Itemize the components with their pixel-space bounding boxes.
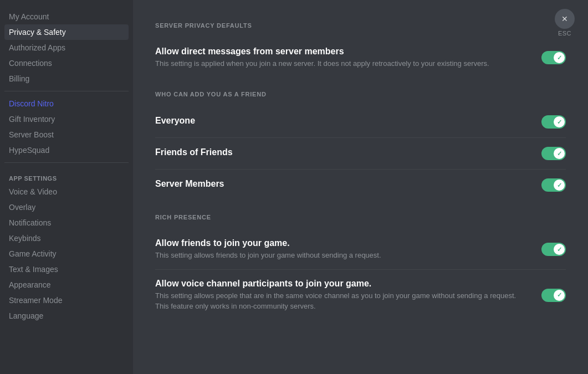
sidebar: My Account Privacy & Safety Authorized A… — [0, 0, 133, 374]
sidebar-item-game-activity[interactable]: Game Activity — [4, 246, 129, 262]
allow-friends-join-toggle[interactable]: ✓ — [541, 243, 566, 256]
server-members-toggle[interactable]: ✓ — [541, 178, 566, 192]
sidebar-item-keybinds[interactable]: Keybinds — [4, 230, 129, 246]
server-members-text: Server Members — [155, 179, 541, 191]
allow-friends-join-row: Allow friends to join your game. This se… — [155, 229, 566, 270]
sidebar-item-discord-nitro[interactable]: Discord Nitro — [4, 96, 129, 111]
toggle-knob-fof: ✓ — [554, 148, 565, 159]
friends-of-friends-row: Friends of Friends ✓ — [155, 138, 566, 170]
everyone-toggle[interactable]: ✓ — [541, 115, 566, 129]
allow-voice-participants-text: Allow voice channel participants to join… — [155, 279, 541, 311]
toggle-knob-avp: ✓ — [554, 290, 565, 301]
check-icon-avp: ✓ — [557, 291, 562, 299]
sidebar-divider-2 — [4, 162, 129, 163]
friends-of-friends-toggle[interactable]: ✓ — [541, 147, 566, 160]
check-icon-everyone: ✓ — [557, 119, 562, 126]
allow-voice-participants-row: Allow voice channel participants to join… — [155, 270, 566, 320]
server-privacy-section: SERVER PRIVACY DEFAULTS Allow direct mes… — [155, 22, 566, 78]
everyone-title: Everyone — [155, 116, 528, 126]
everyone-text: Everyone — [155, 116, 541, 128]
sidebar-item-my-account[interactable]: My Account — [4, 9, 129, 24]
sidebar-item-streamer-mode[interactable]: Streamer Mode — [4, 293, 129, 308]
sidebar-item-gift-inventory[interactable]: Gift Inventory — [4, 111, 129, 127]
sidebar-item-overlay[interactable]: Overlay — [4, 199, 129, 215]
allow-voice-participants-desc: This setting allows people that are in t… — [155, 291, 528, 311]
toggle-knob-sm: ✓ — [554, 180, 565, 191]
check-icon-fof: ✓ — [557, 150, 562, 157]
allow-voice-participants-toggle[interactable]: ✓ — [541, 289, 566, 302]
app-settings-label: APP SETTINGS — [4, 172, 129, 184]
allow-friends-join-desc: This setting allows friends to join your… — [155, 250, 528, 260]
friends-of-friends-title: Friends of Friends — [155, 147, 528, 157]
allow-voice-participants-title: Allow voice channel participants to join… — [155, 279, 528, 289]
check-icon-sm: ✓ — [557, 182, 562, 189]
sidebar-item-voice-video[interactable]: Voice & Video — [4, 184, 129, 199]
sidebar-item-text-images[interactable]: Text & Images — [4, 262, 129, 277]
toggle-knob: ✓ — [554, 52, 565, 63]
allow-direct-messages-row: Allow direct messages from server member… — [155, 38, 566, 78]
main-content: ✕ ESC SERVER PRIVACY DEFAULTS Allow dire… — [133, 0, 588, 374]
allow-friends-join-text: Allow friends to join your game. This se… — [155, 238, 541, 260]
allow-friends-join-title: Allow friends to join your game. — [155, 238, 528, 248]
esc-icon: ✕ — [555, 9, 575, 29]
check-icon: ✓ — [557, 54, 562, 62]
check-icon-afj: ✓ — [557, 246, 562, 253]
sidebar-divider-1 — [4, 91, 129, 91]
sidebar-item-appearance[interactable]: Appearance — [4, 277, 129, 293]
allow-direct-messages-text: Allow direct messages from server member… — [155, 47, 541, 69]
esc-label: ESC — [558, 30, 571, 37]
sidebar-item-hypesquad[interactable]: HypeSquad — [4, 142, 129, 158]
sidebar-item-server-boost[interactable]: Server Boost — [4, 127, 129, 142]
who-can-add-section: WHO CAN ADD YOU AS A FRIEND Everyone ✓ F… — [155, 91, 566, 201]
sidebar-item-authorized-apps[interactable]: Authorized Apps — [4, 40, 129, 55]
rich-presence-section: RICH PRESENCE Allow friends to join your… — [155, 214, 566, 320]
toggle-knob-everyone: ✓ — [554, 116, 565, 127]
sidebar-item-connections[interactable]: Connections — [4, 55, 129, 71]
server-members-row: Server Members ✓ — [155, 170, 566, 201]
rich-presence-header: RICH PRESENCE — [155, 214, 566, 221]
allow-direct-messages-toggle[interactable]: ✓ — [541, 51, 566, 64]
who-can-add-header: WHO CAN ADD YOU AS A FRIEND — [155, 91, 566, 98]
sidebar-item-billing[interactable]: Billing — [4, 71, 129, 86]
allow-direct-messages-desc: This setting is applied when you join a … — [155, 59, 528, 69]
sidebar-item-language[interactable]: Language — [4, 308, 129, 324]
sidebar-item-privacy-safety[interactable]: Privacy & Safety — [4, 24, 129, 40]
everyone-row: Everyone ✓ — [155, 106, 566, 138]
toggle-knob-afj: ✓ — [554, 244, 565, 255]
friends-of-friends-text: Friends of Friends — [155, 147, 541, 160]
server-privacy-header: SERVER PRIVACY DEFAULTS — [155, 22, 566, 29]
allow-direct-messages-title: Allow direct messages from server member… — [155, 47, 528, 57]
esc-button[interactable]: ✕ ESC — [555, 9, 575, 37]
server-members-title: Server Members — [155, 179, 528, 189]
sidebar-item-notifications[interactable]: Notifications — [4, 215, 129, 230]
